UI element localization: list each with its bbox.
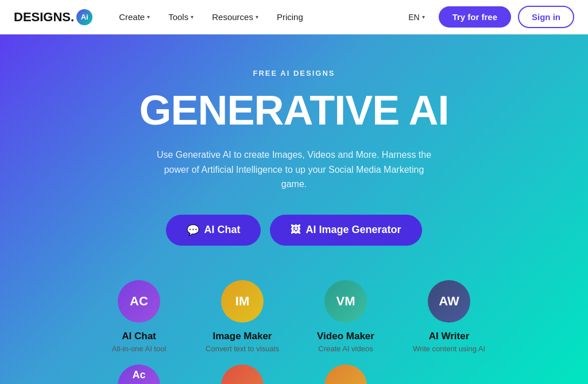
chevron-down-icon: ▾ [256,14,258,20]
nav-links: Create ▾ Tools ▾ Resources ▾ Pricing [111,7,401,26]
tool-name-vm: Video Maker [317,331,374,342]
nav-create[interactable]: Create ▾ [111,7,158,26]
tool-desc-vm: Create AI videos [318,344,373,353]
chat-icon: 💬 [187,224,199,236]
language-selector[interactable]: EN ▾ [401,9,431,25]
tools-row-bottom: Ac [0,364,588,384]
tool-vm[interactable]: VM Video Maker Create AI videos [294,280,397,353]
chevron-down-icon: ▾ [147,14,150,20]
hero-description: Use Generative AI to create Images, Vide… [156,148,432,192]
tool-icon-ac: AC [118,280,160,323]
logo[interactable]: DESIGNS. Ai [14,9,92,25]
tool-bottom-2 [191,364,294,384]
hero-subtitle: FREE AI DESIGNS [253,69,335,77]
logo-text: DESIGNS. [14,10,74,25]
ai-image-button[interactable]: 🖼 AI Image Generator [270,215,421,246]
tool-icon-aw: AW [428,280,470,323]
tool-ac[interactable]: AC AI Chat All-in-one AI tool [87,280,191,353]
tool-icon-bottom-2 [221,364,264,384]
tool-desc-im: Convert text to visuals [206,344,279,353]
sign-in-button[interactable]: Sign in [518,6,574,28]
nav-tools[interactable]: Tools ▾ [160,7,202,26]
chevron-down-icon: ▾ [191,14,194,20]
tool-im[interactable]: IM Image Maker Convert text to visuals [191,280,294,353]
tool-name-aw: AI Writer [429,331,470,342]
tool-icon-im: IM [221,280,264,323]
tool-bottom-4 [397,364,501,384]
tools-row: AC AI Chat All-in-one AI tool IM Image M… [0,280,588,353]
tool-desc-ac: All-in-one AI tool [112,344,167,353]
tool-name-ac: AI Chat [122,331,156,342]
tool-aw[interactable]: AW AI Writer Write content using AI [397,280,501,353]
hero-title: GENERATIVE AI [139,87,448,134]
nav-pricing[interactable]: Pricing [269,7,311,26]
navbar: DESIGNS. Ai Create ▾ Tools ▾ Resources ▾… [0,0,588,34]
nav-resources[interactable]: Resources ▾ [204,7,266,26]
ai-chat-button[interactable]: 💬 AI Chat [166,215,261,246]
try-free-button[interactable]: Try for free [439,6,511,28]
tool-icon-bottom-1: Ac [118,364,160,384]
image-icon: 🖼 [291,224,301,236]
chevron-down-icon: ▾ [422,14,425,20]
tool-bottom-1: Ac [87,364,191,384]
logo-icon: Ai [76,9,92,25]
tool-icon-bottom-4 [428,364,470,384]
tool-icon-bottom-3 [324,364,367,384]
tool-name-im: Image Maker [212,331,272,342]
hero-section: FREE AI DESIGNS GENERATIVE AI Use Genera… [0,34,588,384]
tool-desc-aw: Write content using AI [413,344,485,353]
tool-bottom-3 [294,364,397,384]
hero-buttons: 💬 AI Chat 🖼 AI Image Generator [166,215,421,246]
tool-icon-vm: VM [324,280,367,323]
nav-right: EN ▾ Try for free Sign in [401,6,574,28]
